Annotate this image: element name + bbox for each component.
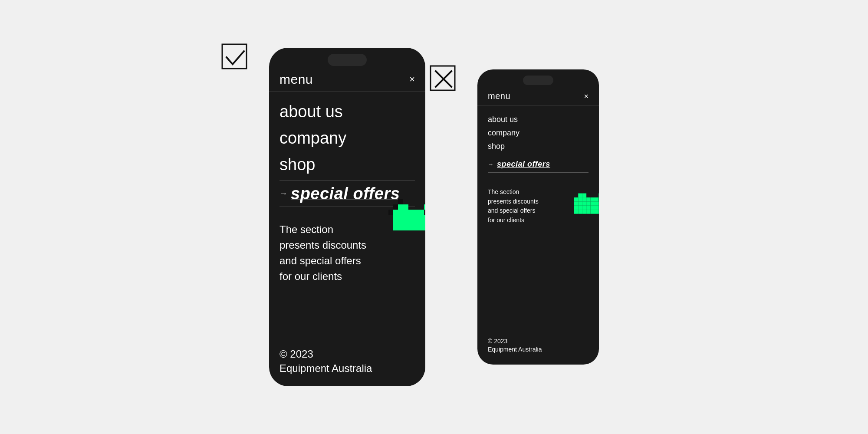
svg-rect-47 <box>578 197 582 201</box>
svg-rect-74 <box>598 194 599 197</box>
left-panel: menu × about us company shop → special o… <box>269 48 425 386</box>
svg-rect-52 <box>582 197 586 201</box>
footer-text-large: © 2023 Equipment Australia <box>279 347 415 376</box>
svg-rect-8 <box>398 220 403 225</box>
menu-header-small: menu × <box>477 87 599 106</box>
menu-header-large: menu × <box>269 68 425 92</box>
notch-pill-small <box>523 76 553 85</box>
special-offers-label-small: special offers <box>497 160 550 169</box>
svg-rect-59 <box>586 210 590 214</box>
svg-rect-51 <box>582 194 586 197</box>
description-block-small: The section presents discounts and speci… <box>477 181 599 232</box>
footer-block-small: © 2023 Equipment Australia <box>477 327 599 365</box>
svg-rect-26 <box>424 215 425 220</box>
svg-rect-14 <box>403 225 408 230</box>
svg-rect-19 <box>414 210 419 215</box>
svg-rect-58 <box>586 206 590 210</box>
svg-rect-53 <box>582 201 586 205</box>
svg-rect-60 <box>591 197 595 201</box>
svg-rect-45 <box>574 210 578 214</box>
check-icon <box>221 43 249 71</box>
svg-rect-42 <box>574 197 578 201</box>
nav-item-company-large[interactable]: company <box>279 126 415 151</box>
svg-rect-16 <box>408 215 414 220</box>
svg-rect-50 <box>578 210 582 214</box>
phone-large: menu × about us company shop → special o… <box>269 48 425 386</box>
svg-rect-6 <box>398 210 403 215</box>
svg-rect-13 <box>403 220 408 225</box>
svg-rect-10 <box>403 204 408 210</box>
svg-rect-46 <box>578 194 582 197</box>
right-panel: menu × about us company shop → special o… <box>477 69 599 365</box>
svg-rect-17 <box>408 220 414 225</box>
svg-rect-0 <box>222 44 247 69</box>
svg-rect-67 <box>598 201 599 205</box>
svg-rect-5 <box>398 204 403 210</box>
svg-rect-3 <box>393 220 398 225</box>
svg-rect-49 <box>578 206 582 210</box>
svg-rect-1 <box>393 210 398 215</box>
cursor-svg-small <box>571 187 599 228</box>
pixel-cursor-small <box>571 187 599 230</box>
arrow-icon-small: → <box>488 161 493 168</box>
svg-rect-38 <box>398 199 403 204</box>
svg-rect-63 <box>591 210 595 214</box>
svg-rect-54 <box>582 206 586 210</box>
svg-rect-43 <box>574 201 578 205</box>
menu-title-large: menu <box>279 72 313 87</box>
svg-rect-7 <box>398 215 403 220</box>
nav-item-shop-small[interactable]: shop <box>488 141 589 152</box>
nav-item-about-large[interactable]: about us <box>279 99 415 124</box>
nav-item-company-small[interactable]: company <box>488 127 589 139</box>
svg-rect-37 <box>388 210 393 215</box>
svg-rect-73 <box>595 197 598 201</box>
special-offers-row-small[interactable]: → special offers <box>488 156 589 173</box>
close-button-large[interactable]: × <box>409 75 415 84</box>
svg-rect-27 <box>424 220 425 225</box>
phone-notch-small <box>477 69 599 85</box>
phone-small: menu × about us company shop → special o… <box>477 69 599 365</box>
check-icon-wrapper <box>221 43 249 73</box>
nav-item-shop-large[interactable]: shop <box>279 152 415 177</box>
x-icon-wrapper <box>430 65 457 95</box>
menu-title-small: menu <box>488 91 510 101</box>
svg-rect-55 <box>582 210 586 214</box>
svg-rect-11 <box>403 210 408 215</box>
phone-notch-large <box>269 48 425 66</box>
notch-pill-large <box>328 54 367 66</box>
nav-list-small: about us company shop → special offers <box>477 106 599 181</box>
x-icon <box>430 65 457 93</box>
footer-block-large: © 2023 Equipment Australia <box>269 336 425 386</box>
svg-rect-44 <box>574 206 578 210</box>
svg-rect-4 <box>393 225 398 230</box>
svg-rect-62 <box>591 206 595 210</box>
svg-rect-68 <box>598 206 599 210</box>
svg-rect-22 <box>414 225 419 230</box>
svg-rect-32 <box>419 210 424 215</box>
arrow-icon-large: → <box>279 189 287 198</box>
svg-rect-61 <box>591 201 595 205</box>
cursor-svg-large <box>388 197 425 249</box>
svg-rect-9 <box>398 225 403 230</box>
svg-rect-23 <box>419 215 424 220</box>
svg-rect-2 <box>393 215 398 220</box>
svg-rect-64 <box>595 201 598 205</box>
special-offers-label-large: special offers <box>291 184 400 203</box>
svg-rect-66 <box>595 210 598 214</box>
svg-rect-33 <box>424 204 425 210</box>
svg-rect-12 <box>403 215 408 220</box>
svg-rect-28 <box>424 225 425 230</box>
svg-rect-56 <box>586 197 590 201</box>
svg-rect-21 <box>414 220 419 225</box>
footer-text-small: © 2023 Equipment Australia <box>488 337 589 354</box>
svg-rect-69 <box>598 210 599 214</box>
svg-rect-20 <box>414 215 419 220</box>
close-button-small[interactable]: × <box>584 92 589 100</box>
svg-rect-36 <box>393 204 398 210</box>
description-block-large: The section presents discounts and speci… <box>269 215 425 291</box>
svg-rect-65 <box>595 206 598 210</box>
svg-rect-48 <box>578 201 582 205</box>
svg-rect-25 <box>419 225 424 230</box>
pixel-cursor-large <box>388 197 425 250</box>
nav-item-about-small[interactable]: about us <box>488 114 589 125</box>
